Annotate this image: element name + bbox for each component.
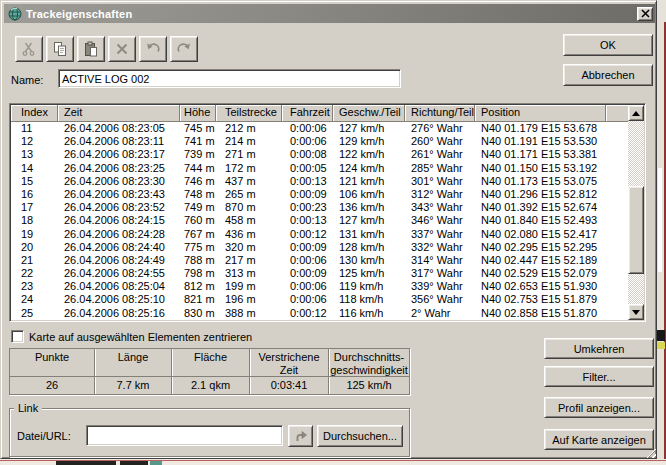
- cell-fahrzeit: 0:00:06: [282, 122, 333, 135]
- cell-richtung: 337° Wahr: [405, 228, 475, 241]
- cell-position: N40 01.191 E15 53.530: [475, 135, 606, 148]
- reverse-button[interactable]: Umkehren: [544, 338, 654, 359]
- browse-button[interactable]: Durchsuchen...: [317, 425, 403, 447]
- cell-index: 17: [11, 201, 58, 214]
- filter-button[interactable]: Filter...: [544, 366, 654, 387]
- name-input[interactable]: [58, 69, 401, 88]
- cell-hoehe: 775 m: [180, 241, 216, 254]
- cell-teilstrecke: 313 m: [216, 267, 282, 280]
- table-row[interactable]: 22 26.04.2006 08:24:55 798 m 313 m 0:00:…: [11, 267, 628, 280]
- cut-button[interactable]: [15, 36, 43, 62]
- background-fragment: [657, 330, 665, 341]
- table-row[interactable]: 20 26.04.2006 08:24:40 775 m 320 m 0:00:…: [11, 241, 628, 254]
- cell-geschw: 125 km/h: [333, 267, 405, 280]
- cell-zeit: 26.04.2006 08:23:30: [58, 175, 180, 188]
- table-row[interactable]: 14 26.04.2006 08:23:25 744 m 172 m 0:00:…: [11, 162, 628, 175]
- cell-zeit: 26.04.2006 08:25:10: [58, 293, 180, 306]
- cancel-button[interactable]: Abbrechen: [563, 64, 653, 86]
- table-row[interactable]: 18 26.04.2006 08:24:15 760 m 458 m 0:00:…: [11, 214, 628, 227]
- show-on-map-button[interactable]: Auf Karte anzeigen: [544, 429, 654, 450]
- cell-geschw: 124 km/h: [333, 162, 405, 175]
- cell-richtung: 317° Wahr: [405, 267, 475, 280]
- table-row[interactable]: 23 26.04.2006 08:25:04 812 m 199 m 0:00:…: [11, 280, 628, 293]
- cell-index: 20: [11, 241, 58, 254]
- cell-hoehe: 812 m: [180, 280, 216, 293]
- cell-teilstrecke: 388 m: [216, 307, 282, 320]
- cell-teilstrecke: 172 m: [216, 162, 282, 175]
- table-row[interactable]: 16 26.04.2006 08:23:43 748 m 265 m 0:00:…: [11, 188, 628, 201]
- copy-icon: [52, 41, 68, 57]
- cell-position: N40 02.529 E15 52.079: [475, 267, 606, 280]
- column-header-geschw[interactable]: Geschw./Teil: [333, 105, 405, 122]
- titlebar[interactable]: Trackeigenschaften: [4, 4, 655, 23]
- table-row[interactable]: 13 26.04.2006 08:23:17 739 m 271 m 0:00:…: [11, 148, 628, 161]
- background-window-sliver-right: [657, 0, 666, 465]
- delete-button[interactable]: [108, 36, 136, 62]
- cell-teilstrecke: 212 m: [216, 122, 282, 135]
- column-header-position[interactable]: Position: [475, 105, 606, 122]
- table-row[interactable]: 15 26.04.2006 08:23:30 746 m 437 m 0:00:…: [11, 175, 628, 188]
- table-row[interactable]: 17 26.04.2006 08:23:52 749 m 870 m 0:00:…: [11, 201, 628, 214]
- table-row[interactable]: 11 26.04.2006 08:23:05 745 m 212 m 0:00:…: [11, 122, 628, 135]
- copy-button[interactable]: [46, 36, 74, 62]
- table-row[interactable]: 12 26.04.2006 08:23:11 741 m 214 m 0:00:…: [11, 135, 628, 148]
- cell-hoehe: 767 m: [180, 228, 216, 241]
- cell-fahrzeit: 0:00:13: [282, 214, 333, 227]
- column-header-zeit[interactable]: Zeit: [58, 105, 180, 122]
- cell-geschw: 130 km/h: [333, 254, 405, 267]
- delete-icon: [114, 41, 130, 57]
- cell-teilstrecke: 436 m: [216, 228, 282, 241]
- cell-hoehe: 788 m: [180, 254, 216, 267]
- cell-hoehe: 821 m: [180, 293, 216, 306]
- cell-fahrzeit: 0:00:06: [282, 280, 333, 293]
- cell-zeit: 26.04.2006 08:25:04: [58, 280, 180, 293]
- file-url-input[interactable]: [86, 425, 283, 446]
- cell-teilstrecke: 437 m: [216, 175, 282, 188]
- background-fragment: [120, 461, 148, 465]
- column-header-hoehe[interactable]: Höhe: [180, 105, 216, 122]
- paste-icon: [83, 41, 99, 57]
- cell-richtung: 312° Wahr: [405, 188, 475, 201]
- table-row[interactable]: 24 26.04.2006 08:25:10 821 m 196 m 0:00:…: [11, 293, 628, 306]
- column-header-richtung[interactable]: Richtung/Teil: [405, 105, 475, 122]
- table-row[interactable]: 21 26.04.2006 08:24:49 788 m 217 m 0:00:…: [11, 254, 628, 267]
- scroll-down-button[interactable]: [628, 304, 644, 320]
- cell-richtung: 343° Wahr: [405, 201, 475, 214]
- close-button[interactable]: [637, 7, 653, 21]
- summary-header-zeit: Verstrichene Zeit: [250, 349, 329, 377]
- cell-hoehe: 744 m: [180, 162, 216, 175]
- center-map-checkbox[interactable]: [11, 330, 24, 343]
- column-header-fahrzeit[interactable]: Fahrzeit: [282, 105, 333, 122]
- column-header-index[interactable]: Index: [11, 105, 58, 122]
- cell-index: 16: [11, 188, 58, 201]
- cell-teilstrecke: 271 m: [216, 148, 282, 161]
- ok-button[interactable]: OK: [563, 34, 653, 56]
- scroll-up-button[interactable]: [628, 105, 644, 121]
- paste-button[interactable]: [77, 36, 105, 62]
- scroll-up-icon: [632, 111, 640, 116]
- table-row[interactable]: 25 26.04.2006 08:25:16 830 m 388 m 0:00:…: [11, 307, 628, 320]
- summary-value-row: 26 7.7 km 2.1 qkm 0:03:41 125 km/h: [10, 377, 409, 394]
- redo-button[interactable]: [170, 36, 198, 62]
- column-header-teilstrecke[interactable]: Teilstrecke: [216, 105, 282, 122]
- cell-zeit: 26.04.2006 08:24:28: [58, 228, 180, 241]
- cell-zeit: 26.04.2006 08:23:52: [58, 201, 180, 214]
- cell-fahrzeit: 0:00:09: [282, 267, 333, 280]
- cell-geschw: 118 km/h: [333, 293, 405, 306]
- summary-header-laenge: Länge: [95, 349, 172, 377]
- summary-header-geschwindigkeit: Durchschnitts- geschwindigkeit: [329, 349, 409, 377]
- cell-teilstrecke: 458 m: [216, 214, 282, 227]
- open-link-button[interactable]: [288, 425, 313, 447]
- cell-fahrzeit: 0:00:13: [282, 175, 333, 188]
- cell-richtung: 301° Wahr: [405, 175, 475, 188]
- table-row[interactable]: 19 26.04.2006 08:24:28 767 m 436 m 0:00:…: [11, 228, 628, 241]
- vertical-scrollbar[interactable]: [628, 105, 644, 320]
- cell-position: N40 02.447 E15 52.189: [475, 254, 606, 267]
- show-profile-button[interactable]: Profil anzeigen...: [544, 397, 654, 418]
- scrollbar-thumb[interactable]: [628, 186, 644, 274]
- cell-geschw: 129 km/h: [333, 135, 405, 148]
- cell-hoehe: 741 m: [180, 135, 216, 148]
- cell-teilstrecke: 196 m: [216, 293, 282, 306]
- undo-button[interactable]: [139, 36, 167, 62]
- cell-teilstrecke: 199 m: [216, 280, 282, 293]
